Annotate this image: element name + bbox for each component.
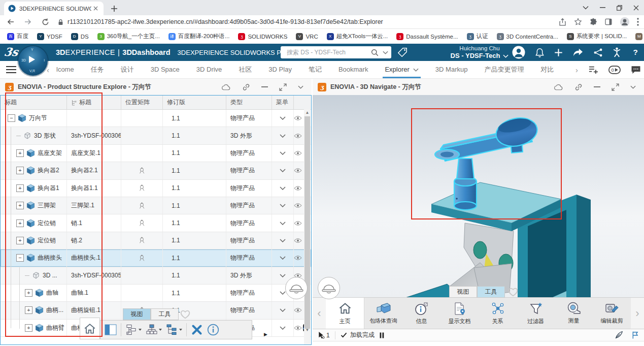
- table-row[interactable]: + 换向器1 换向器1.1 1.1 物理产品 i: [1, 180, 311, 197]
- visibility-eye-icon[interactable]: [294, 221, 302, 226]
- tools-tab[interactable]: 工具: [151, 308, 179, 320]
- assistant-helmet-icon[interactable]: [285, 277, 308, 299]
- visibility-eye-icon[interactable]: [294, 203, 302, 208]
- right-widget-header[interactable]: ʒ ENOVIA - 3D Navigate - 万向节: [313, 79, 644, 95]
- bookmark-item[interactable]: ʒ 认证: [467, 33, 488, 40]
- visibility-eye-icon[interactable]: [294, 151, 302, 155]
- toolbar-scroll-right-icon[interactable]: ›: [631, 298, 644, 329]
- info-circle-icon[interactable]: [207, 324, 219, 336]
- dashboard-tab[interactable]: 对比: [540, 61, 554, 78]
- tree-expander[interactable]: −: [16, 254, 24, 262]
- position-matrix-icon[interactable]: [139, 167, 145, 174]
- scrollbar-thumb[interactable]: [304, 116, 310, 329]
- browser-tab[interactable]: 3DEXPERIENCE SOLIDWORKS: [4, 2, 104, 15]
- forward-button[interactable]: [21, 16, 35, 27]
- structure-home-button[interactable]: [80, 318, 100, 339]
- dashboard-tab[interactable]: 设计: [121, 61, 134, 78]
- row-menu-chevron-icon[interactable]: [280, 256, 286, 260]
- bookmark-item[interactable]: X 超免XTools一体云...: [327, 33, 388, 40]
- position-matrix-icon[interactable]: [139, 255, 145, 262]
- 3d-viewport[interactable]: [313, 95, 644, 297]
- position-matrix-icon[interactable]: [139, 184, 145, 192]
- share-forward-icon[interactable]: [572, 48, 584, 57]
- tabs-scroll-left-icon[interactable]: ‹: [47, 66, 49, 74]
- bookmark-star-icon[interactable]: [574, 18, 582, 26]
- toolbar-item-edit-clip[interactable]: 编辑裁剪: [593, 298, 631, 329]
- table-row[interactable]: + 定位销 销.1 1.1 物理产品 i: [1, 214, 311, 232]
- bookmark-item[interactable]: V VRC: [296, 33, 318, 40]
- table-row[interactable]: − 曲柄接头 曲柄接头.1 1.1 物理产品 i: [1, 249, 311, 267]
- minimize-widget-icon[interactable]: [594, 86, 600, 88]
- url-box[interactable]: r1132101201785-apc2-ifwe.3dexperience.cn…: [58, 18, 558, 25]
- row-menu-chevron-icon[interactable]: [280, 274, 286, 277]
- tabs-scroll-right-icon[interactable]: ›: [575, 66, 578, 74]
- bookmark-item[interactable]: Y YDSF: [37, 33, 62, 40]
- hamburger-menu-icon[interactable]: [6, 64, 16, 75]
- visibility-eye-icon[interactable]: [294, 238, 302, 243]
- tree-expander[interactable]: −: [8, 114, 15, 122]
- visibility-eye-icon[interactable]: [294, 168, 302, 173]
- dashboard-tab[interactable]: 3D Drive: [196, 61, 222, 78]
- browser-menu-icon[interactable]: [637, 18, 639, 26]
- cloud-icon[interactable]: [554, 84, 563, 90]
- bookmark-item[interactable]: 3 360导航_一个主页...: [97, 33, 160, 40]
- dashboard-tab[interactable]: 产品变更管理: [484, 61, 524, 78]
- table-row[interactable]: + 底座支架 底座支架.1 1.1 物理产品 i: [1, 145, 311, 162]
- community-person-icon[interactable]: [613, 47, 621, 58]
- bookmark-item[interactable]: ʒ Dassault Système...: [396, 33, 458, 40]
- bookmark-item[interactable]: ʒ SOLIDWORKS: [238, 33, 287, 40]
- tree-horizontal-button[interactable]: [166, 324, 182, 336]
- media-player-icon[interactable]: 0: [608, 66, 621, 74]
- visibility-eye-icon[interactable]: [294, 326, 302, 330]
- visibility-eye-icon[interactable]: [294, 134, 302, 138]
- view-tab[interactable]: 视图: [123, 308, 151, 320]
- add-content-icon[interactable]: [554, 48, 563, 57]
- column-revision[interactable]: 修订版: [163, 96, 226, 109]
- visibility-eye-icon[interactable]: [294, 116, 302, 120]
- tree-expander[interactable]: +: [16, 184, 24, 192]
- column-menu[interactable]: 菜单: [272, 96, 294, 109]
- table-row[interactable]: + 曲轴 曲轴.1 1.1 物理产品 i: [1, 285, 311, 302]
- tree-expander[interactable]: +: [16, 149, 24, 157]
- bookmark-item[interactable]: 百 百度: [7, 33, 28, 40]
- tools-tab[interactable]: 工具: [477, 286, 505, 298]
- avatar-icon[interactable]: [512, 46, 525, 59]
- position-matrix-icon[interactable]: [139, 237, 145, 244]
- link-icon[interactable]: [242, 83, 250, 91]
- dashboard-tab[interactable]: Bookmark: [338, 61, 368, 78]
- link-icon[interactable]: [574, 83, 583, 91]
- table-row[interactable]: 3D ... 3sh-YDSF-00030599.1 1.1 3D 外形 i: [1, 267, 311, 285]
- tag-icon[interactable]: [397, 47, 408, 57]
- split-pane-icon[interactable]: [105, 324, 117, 335]
- search-scope-chevron-icon[interactable]: [383, 51, 388, 54]
- tab-close-icon[interactable]: [91, 5, 99, 13]
- search-box[interactable]: [281, 46, 391, 58]
- table-row[interactable]: 3D 形状 3sh-YDSF-00030600.1 1.1 3D 外形 i: [1, 127, 311, 144]
- back-button[interactable]: [4, 16, 17, 27]
- favorite-heart-icon[interactable]: [507, 287, 519, 297]
- row-menu-chevron-icon[interactable]: [280, 204, 286, 207]
- horizontal-scroll-right-icon[interactable]: ▶: [264, 332, 267, 337]
- row-menu-chevron-icon[interactable]: [280, 308, 286, 312]
- table-row[interactable]: − 万向节 1.1 物理产品 i: [1, 110, 311, 127]
- maximize-widget-icon[interactable]: [279, 83, 287, 91]
- row-menu-chevron-icon[interactable]: [280, 291, 286, 295]
- tree-vertical-button[interactable]: [125, 324, 142, 336]
- extensions-icon[interactable]: [589, 18, 597, 26]
- table-row[interactable]: + 定位销 销.2 1.1 物理产品 i: [1, 232, 311, 249]
- row-menu-chevron-icon[interactable]: [280, 116, 286, 120]
- table-row[interactable]: + 换向器2 换向器2.1 1.1 物理产品 i: [1, 162, 311, 179]
- notifications-bell-icon[interactable]: [535, 47, 545, 58]
- dashboard-tab[interactable]: Explorer: [385, 61, 418, 78]
- visibility-eye-icon[interactable]: [294, 186, 302, 191]
- row-menu-chevron-icon[interactable]: [280, 134, 286, 138]
- minimize-widget-icon[interactable]: [261, 86, 268, 88]
- column-position-matrix[interactable]: 位置矩阵: [121, 96, 163, 109]
- widget-menu-chevron-icon[interactable]: [630, 85, 636, 89]
- comments-icon[interactable]: [631, 66, 641, 74]
- dashboard-tab[interactable]: 笔记: [309, 61, 322, 78]
- column-instance-title[interactable]: 标题: [67, 96, 121, 109]
- favorite-heart-icon[interactable]: [180, 309, 191, 319]
- position-matrix-icon[interactable]: [139, 202, 145, 209]
- flag-tag-icon[interactable]: [631, 331, 639, 339]
